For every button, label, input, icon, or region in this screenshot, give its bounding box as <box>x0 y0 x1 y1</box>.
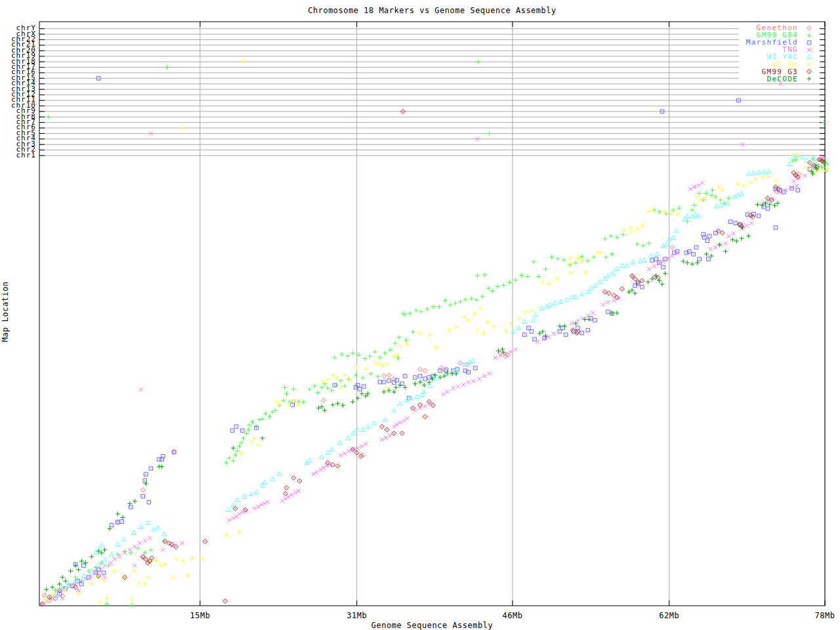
x-tick-62Mb: 62Mb <box>659 611 679 620</box>
data-points <box>40 109 826 606</box>
data-points <box>46 60 829 608</box>
gridlines <box>39 22 825 606</box>
legend-label: DeCODE <box>766 75 798 83</box>
series-wi-rh <box>44 59 829 605</box>
legend-item-decode: DeCODE <box>766 75 814 83</box>
x-tick-46Mb: 46Mb <box>503 611 523 620</box>
data-points <box>44 159 825 592</box>
data-points <box>39 82 826 606</box>
x-axis-title: Genome Sequence Assembly <box>39 621 825 630</box>
data-points <box>58 77 816 597</box>
series-decode <box>44 159 825 592</box>
axes <box>39 22 825 606</box>
chrom-label-chr1: chr1 <box>16 153 37 158</box>
series-marshfield <box>58 77 816 597</box>
x-tick-31Mb: 31Mb <box>346 611 367 620</box>
scatter-plot <box>0 0 840 630</box>
legend-marker-icon <box>805 75 814 83</box>
series-tng <box>39 82 826 606</box>
x-tick-78Mb: 78Mb <box>815 611 835 620</box>
gnuplot-chart-page: Chromosome 18 Markers vs Genome Sequence… <box>0 0 840 630</box>
series-gm99-gb4 <box>46 60 829 608</box>
x-tick-15Mb: 15Mb <box>190 611 210 620</box>
data-points <box>44 59 829 605</box>
series-gm99-g3 <box>40 109 826 606</box>
